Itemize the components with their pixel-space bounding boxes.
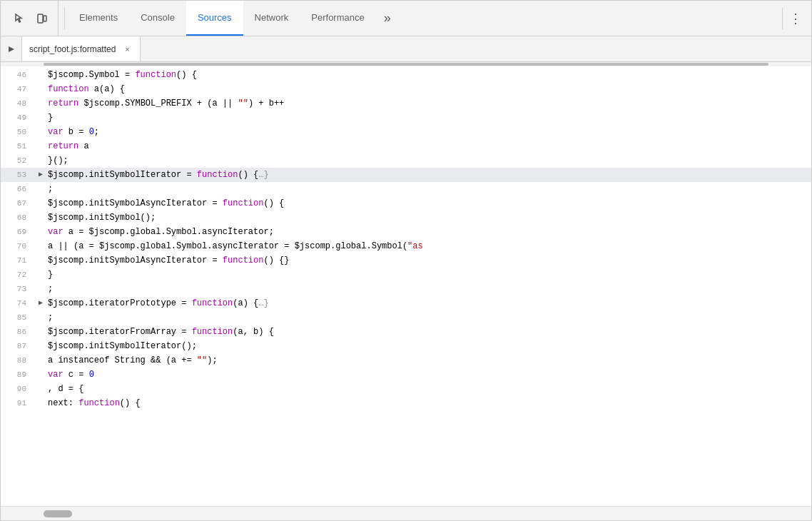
tab-console[interactable]: Console — [129, 1, 186, 36]
token: a(a) { — [89, 84, 125, 94]
token: …} — [258, 298, 268, 308]
code-line-86: 86 $jscomp.iteratorFromArray = function(… — [1, 325, 811, 339]
line-number: 86 — [1, 325, 35, 339]
line-content: }(); — [46, 153, 797, 168]
line-number: 91 — [1, 396, 35, 410]
line-number: 53 — [1, 168, 35, 182]
token: function — [223, 256, 264, 265]
code-line-74: 74▶ $jscomp.iteratorPrototype = function… — [1, 296, 811, 310]
line-content: } — [46, 111, 797, 125]
tab-divider-2 — [782, 8, 783, 29]
devtools-icons — [4, 1, 59, 36]
token: function — [197, 170, 238, 180]
token: function — [192, 298, 233, 308]
code-line-71: 71 $jscomp.initSymbolAsyncIterator = fun… — [1, 253, 811, 268]
token: $jscomp.iteratorFromArray = — [48, 327, 192, 337]
token: "as — [407, 241, 423, 251]
code-line-51: 51 return a — [1, 139, 811, 153]
code-line-46: 46$jscomp.Symbol = function() { — [1, 68, 811, 82]
file-tab-side-icon[interactable] — [1, 36, 22, 61]
line-content: $jscomp.initSymbolAsyncIterator = functi… — [46, 196, 797, 211]
line-content: function a(a) { — [46, 82, 797, 96]
line-content: var a = $jscomp.global.Symbol.asyncItera… — [46, 225, 797, 239]
token: ; — [48, 184, 53, 194]
line-number: 90 — [1, 382, 35, 396]
line-content: $jscomp.iteratorFromArray = function(a, … — [46, 325, 797, 339]
line-content: $jscomp.iteratorPrototype = function(a) … — [46, 296, 797, 310]
code-line-90: 90 , d = { — [1, 382, 811, 396]
token: ; — [48, 313, 53, 323]
token: ; — [48, 284, 53, 294]
line-content: var b = 0; — [46, 125, 797, 139]
more-tabs-button[interactable]: » — [377, 9, 397, 29]
line-content: $jscomp.initSymbolIterator(); — [46, 339, 797, 353]
devtools-window: Elements Console Sources Network Perform… — [0, 0, 812, 521]
code-line-66: 66 ; — [1, 182, 811, 196]
file-tab-script[interactable]: script_foot.js:formatted × — [22, 36, 141, 61]
line-content: $jscomp.initSymbol(); — [46, 211, 797, 225]
token: , d = { — [48, 384, 83, 394]
line-number: 87 — [1, 339, 35, 353]
code-line-53: 53▶ $jscomp.initSymbolIterator = functio… — [1, 168, 811, 182]
token: }(); — [48, 156, 68, 166]
token: $jscomp.initSymbolIterator(); — [48, 341, 197, 351]
token: () { — [176, 70, 197, 80]
token: () { — [263, 198, 284, 208]
line-number: 67 — [1, 196, 35, 211]
line-number: 47 — [1, 82, 35, 96]
line-number: 70 — [1, 239, 35, 253]
token: $jscomp.initSymbolIterator = — [48, 170, 197, 180]
token: "" — [238, 98, 248, 108]
code-line-70: 70 a || (a = $jscomp.global.Symbol.async… — [1, 239, 811, 253]
select-element-icon[interactable] — [9, 9, 29, 29]
file-tab-label: script_foot.js:formatted — [29, 44, 116, 54]
code-line-50: 50 var b = 0; — [1, 125, 811, 139]
line-content: , d = { — [46, 382, 797, 396]
line-content: $jscomp.initSymbolIterator = function() … — [46, 168, 797, 182]
code-line-48: 48 return $jscomp.SYMBOL_PREFIX + (a || … — [1, 96, 811, 111]
code-scroll-area[interactable]: 46$jscomp.Symbol = function() {47 functi… — [1, 66, 811, 506]
token: } — [48, 270, 53, 280]
tab-performance[interactable]: Performance — [300, 1, 375, 36]
token: c = — [64, 370, 89, 380]
line-content: $jscomp.initSymbolAsyncIterator = functi… — [46, 253, 797, 268]
token: ; — [94, 127, 99, 137]
token: function — [48, 84, 89, 94]
line-number: 51 — [1, 139, 35, 153]
token: a || (a = $jscomp.global.Symbol.asyncIte… — [48, 241, 407, 251]
code-line-52: 52 }(); — [1, 153, 811, 168]
line-content: return $jscomp.SYMBOL_PREFIX + (a || "")… — [46, 96, 797, 111]
tab-elements[interactable]: Elements — [68, 1, 129, 36]
line-number: 88 — [1, 353, 35, 368]
line-content: } — [46, 268, 797, 282]
token: $jscomp.Symbol = — [48, 70, 135, 80]
token: function — [223, 198, 264, 208]
scrollbar-thumb[interactable] — [44, 510, 72, 517]
line-number: 71 — [1, 253, 35, 268]
tab-network[interactable]: Network — [243, 1, 300, 36]
line-content: return a — [46, 139, 797, 153]
tab-sources[interactable]: Sources — [186, 1, 243, 36]
token: 0 — [89, 370, 94, 380]
svg-marker-2 — [9, 46, 14, 52]
devtools-menu-button[interactable]: ⋮ — [786, 9, 806, 29]
code-line-67: 67 $jscomp.initSymbolAsyncIterator = fun… — [1, 196, 811, 211]
file-tab-bar: script_foot.js:formatted × — [1, 36, 811, 62]
line-number: 72 — [1, 268, 35, 282]
file-tab-close-button[interactable]: × — [121, 44, 133, 55]
line-fold-arrow[interactable]: ▶ — [35, 168, 46, 182]
line-content: a || (a = $jscomp.global.Symbol.asyncIte… — [46, 239, 797, 253]
device-toolbar-icon[interactable] — [32, 9, 52, 29]
code-line-47: 47 function a(a) { — [1, 82, 811, 96]
token: var — [48, 227, 64, 237]
tab-divider — [64, 8, 65, 29]
token: $jscomp.initSymbol(); — [48, 213, 156, 223]
line-content: ; — [46, 182, 797, 196]
horizontal-scrollbar[interactable] — [1, 506, 811, 520]
code-line-89: 89 var c = 0 — [1, 368, 811, 382]
line-content: ; — [46, 282, 797, 296]
line-number: 50 — [1, 125, 35, 139]
code-line-69: 69 var a = $jscomp.global.Symbol.asyncIt… — [1, 225, 811, 239]
line-fold-arrow[interactable]: ▶ — [35, 296, 46, 310]
token: a instanceof String && (a += — [48, 355, 197, 365]
